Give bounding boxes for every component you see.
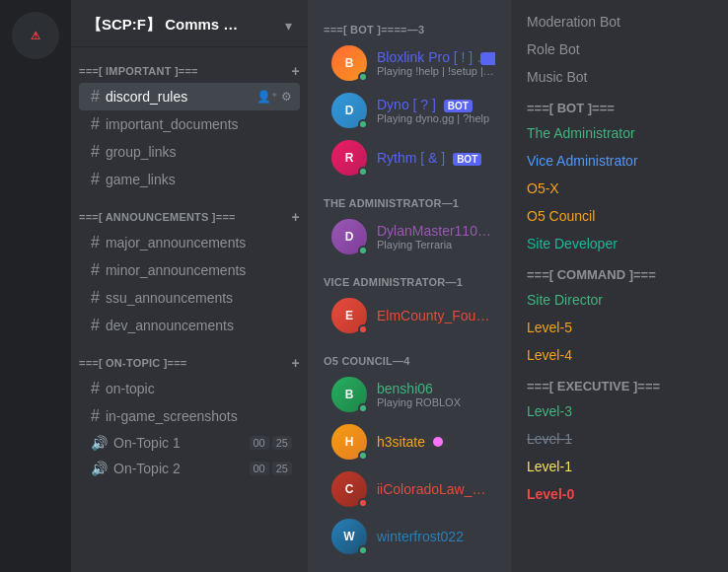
role-o5x[interactable]: O5-X (511, 175, 728, 202)
category-on-topic[interactable]: ===[ ON-TOPIC ]=== + (71, 339, 308, 375)
hash-icon: # (91, 115, 100, 133)
server-icon[interactable]: ⚠ (12, 12, 59, 59)
voice-badge-limit: 25 (272, 462, 292, 475)
members-area: ===[ BOT ]====—3 B Bloxlink Pro [ ! ] BO… (308, 0, 511, 572)
channel-action-icons: 👤⁺ ⚙ (256, 90, 292, 104)
role-music-bot[interactable]: Music Bot (511, 63, 728, 91)
category-on-topic-label: ===[ ON-TOPIC ]=== (79, 357, 187, 369)
channel-name: in-game_screenshots (106, 408, 292, 424)
chevron-icon: ▾ (285, 18, 292, 34)
role-level-0[interactable]: Level-0 (511, 480, 728, 508)
member-activity: Playing Terraria (377, 239, 495, 250)
role-section-command: ===[ COMMAND ]=== (511, 257, 728, 286)
channel-ssu-announcements[interactable]: # ssu_announcements (79, 284, 300, 312)
member-winterfrost[interactable]: W winterfrost022 (316, 513, 503, 560)
role-the-administrator[interactable]: The Administrator (511, 119, 728, 147)
role-level-3[interactable]: Level-3 (511, 397, 728, 425)
channel-name: minor_announcements (106, 262, 292, 278)
status-indicator (358, 545, 368, 555)
member-info-rythm: Rythm [ & ] BOT (377, 150, 495, 166)
member-dylanmaster[interactable]: D DylanMaster1103 👑 Playing Terraria (316, 213, 503, 260)
channel-game-links[interactable]: # game_links (79, 166, 300, 193)
member-info-iicolorado: iiColoradoLaw_RBLX (377, 481, 495, 497)
member-name: benshi06 (377, 381, 495, 396)
role-role-bot[interactable]: Role Bot (511, 36, 728, 63)
avatar-dyno: D (331, 93, 367, 128)
server-icon-column: ⚠ (0, 0, 71, 572)
voice-channel-name: On-Topic 1 (113, 435, 181, 451)
member-activity: Playing ROBLOX (377, 396, 495, 408)
channel-discord-rules[interactable]: # discord_rules 👤⁺ ⚙ (79, 83, 300, 110)
role-level-4[interactable]: Level-4 (511, 341, 728, 369)
voice-on-topic-2[interactable]: 🔊 On-Topic 2 00 25 (79, 456, 300, 481)
role-site-developer[interactable]: Site Developer (511, 230, 728, 257)
member-name: iiColoradoLaw_RBLX (377, 481, 495, 497)
member-info-dylanmaster: DylanMaster1103 👑 Playing Terraria (377, 223, 495, 250)
add-channel-icon[interactable]: + (292, 355, 300, 371)
main-content: ===[ BOT ]====—3 B Bloxlink Pro [ ! ] BO… (308, 0, 511, 572)
role-vice-administrator[interactable]: Vice Administrator (511, 147, 728, 175)
hash-icon: # (91, 407, 100, 425)
member-name: Rythm [ & ] BOT (377, 150, 495, 166)
server-header[interactable]: 【SCP:F】 Comms Ser... ▾ (71, 0, 308, 47)
category-important[interactable]: ===[ IMPORTANT ]=== + (71, 47, 308, 83)
section-bots: ===[ BOT ]====—3 (308, 8, 511, 39)
add-member-icon[interactable]: 👤⁺ (256, 90, 277, 104)
status-indicator (358, 119, 368, 129)
member-info-bloxlink: Bloxlink Pro [ ! ] BOT Playing !help | !… (377, 49, 495, 77)
role-sidebar: Moderation Bot Role Bot Music Bot ===[ B… (511, 0, 728, 572)
avatar-winterfrost: W (331, 519, 367, 554)
role-site-director[interactable]: Site Director (511, 286, 728, 314)
role-o5-council[interactable]: O5 Council (511, 202, 728, 230)
member-name: h3sitate (377, 434, 495, 450)
add-channel-icon[interactable]: + (292, 63, 300, 79)
hash-icon: # (91, 171, 100, 188)
member-benshi06[interactable]: B benshi06 Playing ROBLOX (316, 371, 503, 418)
status-indicator (358, 324, 368, 334)
role-moderation-bot[interactable]: Moderation Bot (511, 8, 728, 36)
status-indicator (358, 72, 368, 82)
role-level-5[interactable]: Level-5 (511, 314, 728, 341)
role-level-2[interactable]: Level-1 (511, 425, 728, 453)
channel-major-announcements[interactable]: # major_announcements (79, 229, 300, 256)
member-rythm[interactable]: R Rythm [ & ] BOT (316, 134, 503, 181)
channel-group-links[interactable]: # group_links (79, 138, 300, 166)
channel-minor-announcements[interactable]: # minor_announcements (79, 256, 300, 284)
channel-name: group_links (106, 144, 292, 160)
member-h3sitate[interactable]: H h3sitate (316, 418, 503, 465)
category-announcements-label: ===[ ANNOUNCEMENTS ]=== (79, 211, 236, 223)
voice-on-topic-1[interactable]: 🔊 On-Topic 1 00 25 (79, 430, 300, 456)
channel-name: on-topic (106, 381, 292, 396)
member-dyno[interactable]: D Dyno [ ? ] BOT Playing dyno.gg | ?help (316, 87, 503, 134)
member-info-dyno: Dyno [ ? ] BOT Playing dyno.gg | ?help (377, 97, 495, 124)
member-iicolorado[interactable]: C iiColoradoLaw_RBLX (316, 465, 503, 513)
member-info-elmcounty: ElmCounty_Founder (377, 308, 495, 323)
role-level-1[interactable]: Level-1 (511, 453, 728, 480)
status-indicator (358, 451, 368, 461)
avatar-h3sitate: H (331, 424, 367, 460)
status-indicator (358, 246, 368, 255)
settings-icon[interactable]: ⚙ (281, 90, 292, 104)
hash-icon: # (91, 317, 100, 334)
member-elmcounty[interactable]: E ElmCounty_Founder (316, 292, 503, 339)
crown-icon: 👑 (493, 225, 495, 239)
channel-dev-announcements[interactable]: # dev_announcements (79, 312, 300, 339)
role-section-bot: ===[ BOT ]=== (511, 91, 728, 119)
add-channel-icon[interactable]: + (292, 209, 300, 225)
channel-in-game-screenshots[interactable]: # in-game_screenshots (79, 402, 300, 430)
speaker-icon: 🔊 (91, 435, 108, 451)
hash-icon: # (91, 261, 100, 279)
voice-badge-limit: 25 (272, 436, 292, 450)
category-announcements[interactable]: ===[ ANNOUNCEMENTS ]=== + (71, 193, 308, 229)
channel-on-topic[interactable]: # on-topic (79, 375, 300, 402)
pink-circle-badge (433, 437, 443, 447)
section-the-administrator: THE ADMINISTRATOR—1 (308, 181, 511, 213)
member-name: ElmCounty_Founder (377, 308, 495, 323)
member-bloxlink[interactable]: B Bloxlink Pro [ ! ] BOT Playing !help |… (316, 39, 503, 87)
hash-icon: # (91, 380, 100, 397)
hash-icon: # (91, 289, 100, 307)
member-name: DylanMaster1103 👑 (377, 223, 495, 239)
speaker-icon: 🔊 (91, 461, 108, 476)
avatar-elmcounty: E (331, 298, 367, 333)
channel-important-documents[interactable]: # important_documents (79, 110, 300, 138)
